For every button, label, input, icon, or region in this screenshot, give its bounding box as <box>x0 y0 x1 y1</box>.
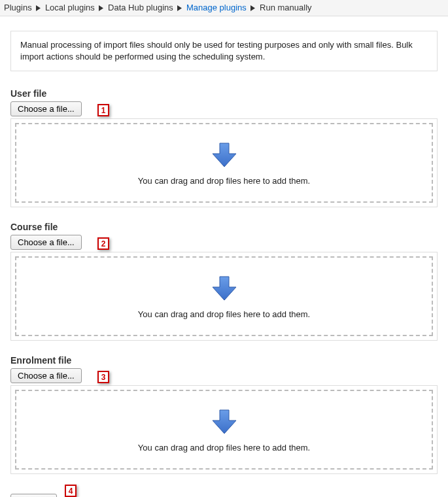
choose-file-button-enrolment[interactable]: Choose a file... <box>10 368 82 383</box>
chevron-right-icon <box>177 3 182 13</box>
download-arrow-icon <box>210 407 239 436</box>
course-dropzone[interactable]: You can drag and drop files here to add … <box>15 256 433 336</box>
course-file-title: Course file <box>10 222 438 232</box>
breadcrumb-item-manage-plugins[interactable]: Manage plugins <box>186 3 247 12</box>
choose-file-button-course[interactable]: Choose a file... <box>10 235 82 250</box>
chevron-right-icon <box>36 3 41 13</box>
enrolment-dropzone[interactable]: You can drag and drop files here to add … <box>15 390 433 470</box>
download-arrow-icon <box>210 141 239 169</box>
breadcrumb-item-plugins[interactable]: Plugins <box>4 3 32 12</box>
breadcrumb-item-local-plugins[interactable]: Local plugins <box>45 3 95 12</box>
course-dropzone-text: You can drag and drop files here to add … <box>138 309 310 319</box>
chevron-right-icon <box>250 3 255 13</box>
user-file-section: User file Choose a file... 1 You can dra… <box>10 88 438 207</box>
user-dropzone[interactable]: You can drag and drop files here to add … <box>15 123 433 203</box>
chevron-right-icon <box>99 3 103 13</box>
user-file-title: User file <box>10 88 438 99</box>
enrolment-dropzone-text: You can drag and drop files here to add … <box>138 443 310 453</box>
course-file-section: Course file Choose a file... 2 You can d… <box>10 222 438 341</box>
breadcrumb: Plugins Local plugins Data Hub plugins M… <box>0 0 448 16</box>
callout-1: 1 <box>97 104 109 116</box>
course-dropzone-container: You can drag and drop files here to add … <box>10 252 438 341</box>
info-message: Manual processing of import files should… <box>10 31 438 71</box>
breadcrumb-item-data-hub[interactable]: Data Hub plugins <box>108 3 173 12</box>
run-now-button[interactable]: Run Now <box>10 494 57 497</box>
run-row: 4 Run Now <box>10 488 438 497</box>
user-dropzone-container: You can drag and drop files here to add … <box>10 118 438 207</box>
enrolment-file-section: Enrolment file Choose a file... 3 You ca… <box>10 355 438 474</box>
enrolment-dropzone-container: You can drag and drop files here to add … <box>10 385 438 474</box>
breadcrumb-item-run-manually: Run manually <box>260 3 312 12</box>
callout-2: 2 <box>97 237 109 250</box>
choose-file-button-user[interactable]: Choose a file... <box>10 101 82 116</box>
download-arrow-icon <box>210 274 239 303</box>
user-dropzone-text: You can drag and drop files here to add … <box>138 176 310 186</box>
enrolment-file-title: Enrolment file <box>10 355 438 366</box>
callout-3: 3 <box>97 371 109 383</box>
callout-4: 4 <box>65 485 77 497</box>
